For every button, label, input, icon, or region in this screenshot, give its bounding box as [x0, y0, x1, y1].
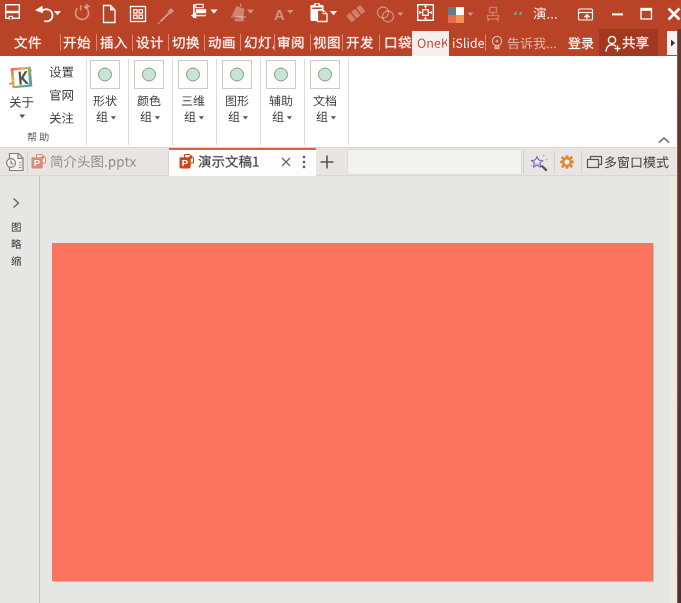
svg-text:P: P	[34, 157, 41, 168]
svg-text:A: A	[274, 6, 285, 23]
svg-text:P: P	[182, 157, 189, 168]
